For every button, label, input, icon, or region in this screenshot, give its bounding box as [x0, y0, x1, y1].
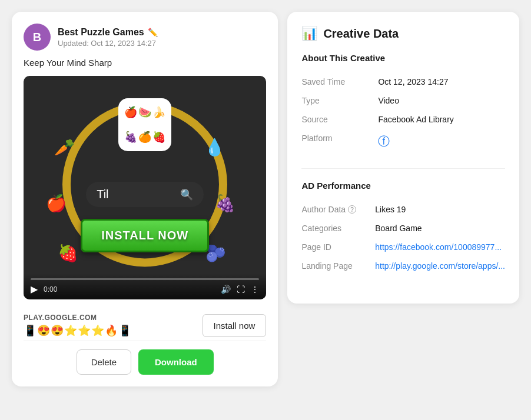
divider	[301, 168, 505, 169]
action-row: Delete Download	[24, 349, 266, 375]
play-time: 0:00	[44, 285, 57, 294]
tagline: Keep Your Mind Sharp	[24, 58, 266, 68]
card-title: Creative Data	[323, 27, 399, 41]
source-info: PLAY.GOOGLE.COM 📱😍😍⭐⭐⭐🔥📱	[24, 314, 132, 337]
landing-page-value[interactable]: http://play.google.com/store/apps/...	[375, 256, 505, 275]
source-row: Source Facebook Ad Library	[301, 110, 505, 129]
author-data-label-text: Author Data	[301, 205, 346, 214]
platform-label: Platform	[301, 129, 378, 154]
page-id-value[interactable]: https://facebook.com/100089977...	[375, 238, 505, 256]
right-card: 📊 Creative Data About This Creative Save…	[287, 12, 519, 304]
play-button[interactable]: ▶	[31, 284, 38, 295]
type-row: Type Video	[301, 91, 505, 110]
categories-value: Board Game	[375, 219, 505, 238]
controls-row: ▶ 0:00 🔊 ⛶ ⋮	[31, 284, 259, 295]
saved-time-row: Saved Time Oct 12, 2023 14:27	[301, 72, 505, 91]
search-icon: 🔍	[180, 188, 193, 201]
saved-time-value: Oct 12, 2023 14:27	[378, 72, 505, 91]
landing-page-label: Landing Page	[301, 256, 375, 275]
avatar: B	[24, 24, 51, 51]
page-id-row: Page ID https://facebook.com/100089977..…	[301, 238, 505, 256]
page-id-label: Page ID	[301, 238, 375, 256]
source-value: Facebook Ad Library	[378, 110, 505, 129]
fruit-carrot: 🥕	[54, 138, 75, 157]
emoji-row: 📱😍😍⭐⭐⭐🔥📱	[24, 324, 132, 337]
fruit-apple: 🍎	[46, 194, 67, 213]
author-updated: Updated: Oct 12, 2023 14:27	[58, 39, 158, 48]
categories-label: Categories	[301, 219, 375, 238]
fruit-grape: 🍇	[215, 194, 235, 213]
card-bottom: PLAY.GOOGLE.COM 📱😍😍⭐⭐⭐🔥📱 Install now	[24, 308, 266, 341]
left-card: B Best Puzzle Games ✏️ Updated: Oct 12, …	[12, 12, 278, 386]
performance-heading: AD Performance	[301, 181, 505, 191]
volume-icon[interactable]: 🔊	[221, 285, 231, 294]
page-id-link[interactable]: https://facebook.com/100089977...	[375, 242, 502, 252]
categories-row: Categories Board Game	[301, 219, 505, 238]
author-name: Best Puzzle Games	[58, 27, 144, 38]
author-info: Best Puzzle Games ✏️ Updated: Oct 12, 20…	[58, 27, 158, 48]
install-now-button[interactable]: Install now	[203, 314, 267, 337]
facebook-icon: ⓕ	[378, 135, 390, 148]
author-data-value: Likes 19	[375, 200, 505, 219]
app-icon: 🍎🍉 🍌🍇 🍊🍓	[118, 98, 171, 151]
bar-chart-icon: 📊	[301, 26, 317, 41]
author-data-label-cell: Author Data ?	[301, 200, 375, 219]
landing-page-row: Landing Page http://play.google.com/stor…	[301, 256, 505, 275]
card-title-row: 📊 Creative Data	[301, 26, 505, 41]
source-label: Source	[301, 110, 378, 129]
download-button[interactable]: Download	[138, 349, 214, 375]
author-data-row: Author Data ? Likes 19	[301, 200, 505, 219]
about-table: Saved Time Oct 12, 2023 14:27 Type Video…	[301, 72, 505, 154]
edit-icon[interactable]: ✏️	[148, 28, 158, 37]
platform-row: Platform ⓕ	[301, 129, 505, 154]
video-container: 🍎🍉 🍌🍇 🍊🍓 🥕 💧 🍎 🍇 🍓 🫐 Til 🔍 INSTALL NOW	[24, 76, 266, 299]
more-icon[interactable]: ⋮	[251, 285, 259, 294]
performance-table: Author Data ? Likes 19 Categories Board …	[301, 200, 505, 275]
landing-page-link[interactable]: http://play.google.com/store/apps/...	[375, 261, 505, 271]
type-value: Video	[378, 91, 505, 110]
video-scene: 🍎🍉 🍌🍇 🍊🍓 🥕 💧 🍎 🍇 🍓 🫐 Til 🔍 INSTALL NOW	[24, 76, 266, 299]
delete-button[interactable]: Delete	[77, 349, 131, 375]
fruit-strawberry: 🍓	[58, 244, 78, 263]
help-icon[interactable]: ?	[348, 205, 356, 214]
search-bar-decoration: Til 🔍	[86, 182, 204, 207]
saved-time-label: Saved Time	[301, 72, 378, 91]
video-install-button: INSTALL NOW	[81, 219, 209, 252]
search-text: Til	[97, 188, 108, 201]
type-label: Type	[301, 91, 378, 110]
author-row: B Best Puzzle Games ✏️ Updated: Oct 12, …	[24, 24, 266, 51]
progress-track[interactable]	[31, 278, 259, 280]
source-label: PLAY.GOOGLE.COM	[24, 314, 132, 322]
platform-value: ⓕ	[378, 129, 505, 154]
about-heading: About This Creative	[301, 53, 505, 63]
fruit-drop: 💧	[204, 138, 225, 157]
video-controls: ▶ 0:00 🔊 ⛶ ⋮	[24, 274, 266, 299]
fullscreen-icon[interactable]: ⛶	[237, 285, 245, 294]
